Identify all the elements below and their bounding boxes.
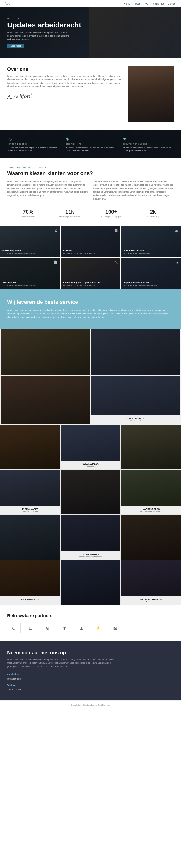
hero-text: Lorem ipsum dolor sit amet, consectetur …	[7, 31, 72, 40]
contact-details: E-mailadres: info@dati.com Telefoon: +31…	[7, 672, 174, 692]
practice-card-2[interactable]: 📋 Erfrecht Sample text. Click to select …	[60, 226, 121, 257]
partners-logos: ⊙ ⊡ ⊗ ⊕ ⊞ ⚡ ⊠	[7, 623, 174, 633]
why-cols: Lorem ipsum dolor sit amet, consectetur …	[7, 180, 174, 201]
team-celia-row: CELIA ALMEDA Familierecht	[1, 376, 180, 424]
hero-title: Updates arbeidsrecht	[7, 21, 81, 29]
stat-label-2: Verwijzingen van klanten	[49, 215, 91, 218]
stat-label-1: Tevreden klanten	[7, 215, 49, 218]
jack-name: JACK ALVAREZ	[2, 508, 58, 510]
practice-card-1[interactable]: ⚖ Persoonlijk letsel Sample text. Click …	[0, 226, 60, 257]
practice-grid: ⚖ Persoonlijk letsel Sample text. Click …	[0, 226, 181, 289]
strip-icon-2: ◈	[66, 136, 115, 142]
team-right-area-1	[91, 329, 181, 375]
stat-2: 11k Verwijzingen van klanten	[49, 209, 91, 218]
why-col2: Lorem ipsum dolor sit amet, consectetur …	[93, 180, 174, 201]
service-text: Lorem ipsum dolor sit amet, consectetur …	[7, 309, 171, 319]
practice-icon-2: 📋	[114, 228, 118, 232]
nat-name: NAT REYNOLDS	[123, 508, 179, 510]
nick-name: NICK REYNOLDS	[2, 598, 58, 601]
about-image	[128, 66, 174, 122]
jack-role: Ondernemingsrecht	[2, 510, 58, 513]
team-row-1	[1, 329, 180, 375]
strip-icon-3: ★	[123, 136, 173, 142]
strip-icon-1: ◇	[8, 136, 58, 142]
practice-title-1: Persoonlijk letsel	[2, 249, 57, 252]
contact-section: Neem contact met ons op Lorem ipsum dolo…	[0, 642, 181, 701]
practice-title-2: Erfrecht	[63, 249, 118, 252]
why-title: Waarom kiezen klanten voor ons?	[7, 170, 174, 177]
practice-card-6[interactable]: ◈ Eigendomsbescherming Sample text. Clic…	[121, 258, 181, 289]
nat-role: Strafrechtelijke verdediging	[123, 510, 179, 513]
nav-logo: logo	[5, 2, 10, 5]
partner-logo-1[interactable]: ⊙	[7, 623, 21, 633]
strip-item-1: ◇ ONZE FILOSOFIE At vero eos et accusam …	[5, 136, 62, 152]
contact-text: Lorem ipsum dolor sit amet, consectetur …	[7, 658, 116, 668]
laura-name: LAURA NGUYEN	[62, 553, 119, 556]
hero-button[interactable]: Lees meer	[7, 43, 24, 49]
service-section: Wij leveren de beste service Lorem ipsum…	[0, 289, 181, 329]
practice-sample-1: Sample text. Click to select the Text El…	[2, 252, 57, 255]
partner-logo-3[interactable]: ⊗	[41, 623, 54, 633]
service-title: Wij leveren de beste service	[7, 299, 174, 305]
about-section: Over ons Lorem ipsum dolor sit amet, con…	[0, 58, 181, 130]
partner-logo-6[interactable]: ⚡	[92, 623, 105, 633]
practice-icon-4: 📄	[53, 260, 57, 264]
nick-role: Milieurecht	[2, 601, 58, 603]
team-role-celia: Familierecht	[93, 420, 179, 422]
about-left: Over ons Lorem ipsum dolor sit amet, con…	[7, 66, 123, 100]
partner-logo-4[interactable]: ⊕	[58, 623, 71, 633]
practice-title-3: Juridische bijstand	[124, 249, 179, 252]
stats-row: 70% Tevreden klanten 11k Verwijzingen va…	[7, 205, 174, 218]
practice-title-6: Eigendomsbescherming	[124, 281, 179, 284]
team-section: CELIA ALMEDA Familierecht	[0, 329, 181, 425]
partners-title: Betrouwbare partners	[7, 613, 174, 618]
laura-role: Intellectueel Eigendomsrecht	[62, 556, 119, 558]
footer-sample: Sample text. Click to select the Text El…	[0, 701, 181, 708]
nav-pricing[interactable]: Pricing Plan	[152, 2, 164, 5]
practice-icon-3: 🏛	[175, 228, 179, 232]
practice-card-4[interactable]: 📄 Arbeidsrecht Sample text. Click to sel…	[0, 258, 60, 289]
stat-label-4: Voortbeeldkop	[132, 215, 174, 218]
practice-card-5[interactable]: 🔨 Bescherming van eigendomsrecht Sample …	[60, 258, 121, 289]
nav-home[interactable]: Home	[124, 2, 130, 5]
navbar: logo Home About FAQ Pricing Plan Contact	[0, 0, 181, 7]
practice-icon-1: ⚖	[54, 228, 57, 232]
team-area: CELIA ALMEDA Familierecht JACK ALVAREZ O…	[0, 425, 181, 605]
partner-logo-2[interactable]: ⊡	[24, 623, 37, 633]
contact-phone-label: Telefoon:	[7, 683, 174, 687]
partner-logo-5[interactable]: ⊞	[75, 623, 88, 633]
strip-label-3: SLEUTEL TOT SUCCES	[123, 143, 173, 145]
practice-sample-5: Sample text. Click to select the Text El…	[63, 284, 118, 287]
why-col1: Lorem ipsum dolor sit amet, consectetur …	[7, 180, 88, 201]
dark-strip: ◇ ONZE FILOSOFIE At vero eos et accusam …	[0, 130, 181, 158]
strip-text-1: At vero eos et accusam et justo duo dolo…	[8, 146, 58, 152]
strip-text-2: At vero eos et accusam et justo duo dolo…	[66, 146, 115, 152]
stat-label-3: Erkenningen voor prijzen	[90, 215, 132, 218]
nav-contact[interactable]: Contact	[168, 2, 176, 5]
practice-sample-4: Sample text. Click to select the Text El…	[2, 284, 57, 287]
stat-1: 70% Tevreden klanten	[7, 209, 49, 218]
practice-title-4: Arbeidsrecht	[2, 281, 57, 284]
practice-sample-3: Sample text. Click to select the Text.	[124, 252, 179, 255]
celia-role: Familierecht	[62, 465, 119, 467]
practice-card-3[interactable]: 🏛 Juridische bijstand Sample text. Click…	[121, 226, 181, 257]
footer-sample-text: Sample text. Click to select the Text El…	[71, 704, 110, 706]
contact-phone: +31 456 7890	[7, 687, 174, 692]
strip-text-3: At vero eos et accusam et justo duo dolo…	[123, 146, 173, 152]
nav-links: Home About FAQ Pricing Plan Contact	[124, 2, 176, 5]
strip-label-1: ONZE FILOSOFIE	[8, 143, 58, 145]
nav-faq[interactable]: FAQ	[144, 2, 148, 5]
michael-role: Arbeidsrecht	[123, 601, 179, 603]
partner-logo-7[interactable]: ⊠	[109, 623, 122, 633]
hero-overline: OVER ONS	[7, 17, 81, 19]
why-sub: JURIDISCHE RECHTEN UITGELEGD	[7, 166, 174, 169]
about-text: Lorem ipsum dolor sit amet, consectetur …	[7, 74, 123, 88]
hero-section: OVER ONS Updates arbeidsrecht Lorem ipsu…	[0, 7, 181, 58]
contact-email-label: E-mailadres:	[7, 672, 174, 677]
practice-sample-2: Sample text. Click to select the Text El…	[63, 252, 118, 255]
celia-name: CELIA ALMEDA	[62, 463, 119, 465]
practice-icon-5: 🔨	[114, 260, 118, 264]
stat-3: 100+ Erkenningen voor prijzen	[90, 209, 132, 218]
practice-icon-6: ◈	[176, 260, 179, 264]
nav-about[interactable]: About	[134, 2, 140, 5]
